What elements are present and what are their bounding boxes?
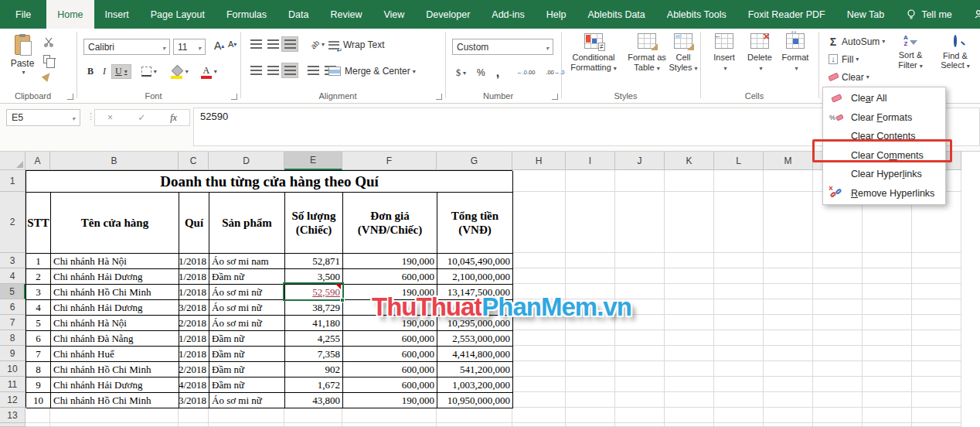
select-all-corner[interactable]	[0, 152, 26, 170]
cell[interactable]	[566, 192, 615, 253]
tab-developer[interactable]: Developer	[415, 0, 481, 29]
cell[interactable]	[566, 268, 615, 284]
clear-button[interactable]: Clear	[824, 69, 873, 85]
cell[interactable]	[615, 330, 665, 346]
cell[interactable]	[764, 192, 813, 253]
col-header-I[interactable]: I	[566, 152, 615, 170]
col-header-D[interactable]: D	[209, 152, 284, 170]
fill-color-button[interactable]	[167, 65, 192, 79]
cell[interactable]	[813, 284, 863, 299]
tab-home[interactable]: Home	[46, 0, 94, 29]
cell-A7[interactable]: 5	[26, 316, 51, 331]
cell[interactable]	[764, 423, 813, 427]
autosum-button[interactable]: Σ AutoSum	[824, 33, 889, 50]
cell[interactable]	[512, 268, 566, 284]
row-header-7[interactable]: 7	[0, 315, 26, 330]
cell[interactable]	[284, 423, 342, 427]
format-cells-button[interactable]: Format	[778, 33, 812, 72]
cell[interactable]	[764, 392, 813, 408]
cell[interactable]	[665, 268, 714, 284]
cell-D12[interactable]: Áo sơ mi nữ	[209, 393, 285, 408]
cell-B4[interactable]: Chi nhánh Hải Dương	[51, 269, 179, 285]
row-header-13[interactable]: 13	[0, 408, 26, 423]
cell[interactable]	[615, 346, 665, 361]
cell[interactable]	[912, 268, 961, 284]
tab-file[interactable]: File	[0, 0, 46, 29]
conditional-formatting-button[interactable]: Conditional Formatting	[565, 33, 622, 72]
cell[interactable]	[714, 170, 764, 192]
table-header-G2[interactable]: Tổng tiền (VNĐ)	[437, 193, 513, 254]
cell-E6[interactable]: 38,729	[285, 300, 343, 316]
cell[interactable]	[813, 299, 863, 315]
cell-E12[interactable]: 43,800	[285, 393, 343, 408]
cell[interactable]	[342, 423, 437, 427]
col-header-F[interactable]: F	[342, 152, 437, 170]
cell[interactable]	[615, 408, 665, 423]
cell[interactable]	[912, 315, 961, 330]
cell[interactable]	[665, 408, 714, 423]
cell[interactable]	[912, 284, 961, 299]
cell-A4[interactable]: 2	[26, 269, 51, 285]
cell[interactable]	[813, 346, 863, 361]
cell-C8[interactable]: 1/2018	[179, 331, 209, 347]
col-header-M[interactable]: M	[764, 152, 813, 170]
cell[interactable]	[512, 392, 566, 408]
cell-A6[interactable]: 4	[26, 300, 51, 316]
cell-G10[interactable]: 541,200,000	[437, 362, 513, 377]
cell-D3[interactable]: Áo sơ mi nam	[209, 254, 285, 269]
cell[interactable]	[863, 361, 912, 377]
cell[interactable]	[284, 408, 342, 423]
tab-view[interactable]: View	[373, 0, 415, 29]
cell[interactable]	[615, 423, 665, 427]
cell[interactable]	[615, 392, 665, 408]
cell[interactable]	[665, 170, 714, 192]
cell[interactable]	[512, 170, 566, 192]
cell[interactable]	[813, 268, 863, 284]
cell-B6[interactable]: Chi nhánh Hải Dương	[51, 300, 179, 316]
cell[interactable]	[764, 346, 813, 361]
table-header-E2[interactable]: Số lượng (Chiếc)	[285, 193, 343, 254]
cell[interactable]	[764, 361, 813, 377]
percent-format-button[interactable]: %	[473, 66, 489, 80]
italic-button[interactable]: I	[99, 64, 110, 79]
cell[interactable]	[813, 330, 863, 346]
cell[interactable]	[764, 170, 813, 192]
cell[interactable]	[512, 408, 566, 423]
row-header-6[interactable]: 6	[0, 299, 26, 315]
cell[interactable]	[615, 192, 665, 253]
cell-A3[interactable]: 1	[26, 254, 51, 269]
cell[interactable]	[512, 377, 566, 392]
align-right-button[interactable]	[281, 63, 298, 78]
row-header-11[interactable]: 11	[0, 377, 26, 392]
tab-insert[interactable]: Insert	[94, 0, 140, 29]
share-button[interactable]: Share	[963, 9, 980, 20]
currency-format-button[interactable]: $	[452, 66, 470, 80]
cell[interactable]	[813, 408, 863, 423]
cell-G11[interactable]: 1,003,200,000	[437, 377, 513, 393]
cell-F4[interactable]: 600,000	[343, 269, 437, 285]
tab-add-ins[interactable]: Add-ins	[481, 0, 535, 29]
align-left-button[interactable]	[247, 63, 264, 78]
font-name-combo[interactable]: Calibri	[83, 39, 170, 55]
copy-button[interactable]	[43, 52, 66, 66]
number-dialog-launcher[interactable]	[552, 94, 558, 100]
row-header-3[interactable]: 3	[0, 253, 26, 268]
col-header-L[interactable]: L	[714, 152, 764, 170]
cell[interactable]	[863, 346, 912, 361]
cell[interactable]	[912, 361, 961, 377]
cell[interactable]	[512, 346, 566, 361]
cell[interactable]	[437, 423, 512, 427]
cell[interactable]	[179, 408, 209, 423]
cell-E9[interactable]: 7,358	[285, 347, 343, 362]
cell-G4[interactable]: 2,100,000,000	[437, 269, 513, 285]
cell[interactable]	[714, 299, 764, 315]
cell-G9[interactable]: 4,414,800,000	[437, 347, 513, 362]
col-header-G[interactable]: G	[437, 152, 512, 170]
cell[interactable]	[342, 408, 437, 423]
col-header-E[interactable]: E	[284, 152, 342, 170]
cell-A11[interactable]: 9	[26, 377, 51, 393]
fill-handle[interactable]	[340, 298, 345, 302]
cell[interactable]	[813, 315, 863, 330]
cell[interactable]	[566, 170, 615, 192]
cell[interactable]	[714, 268, 764, 284]
